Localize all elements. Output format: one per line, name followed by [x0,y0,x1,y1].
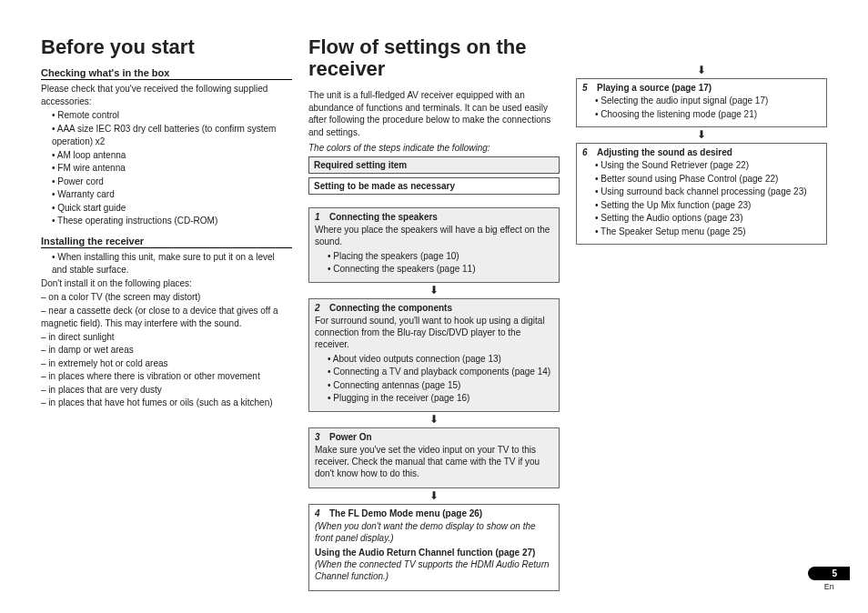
page-badge: 5 En [808,567,850,591]
list-item: Better sound using Phase Control (page 2… [595,173,821,186]
list-item: Selecting the audio input signal (page 1… [595,95,821,108]
step-5: 5 Playing a source (page 17) Selecting t… [576,78,827,127]
list-item: Connecting antennas (page 15) [328,379,553,393]
arrow-down-icon: ⬇ [308,490,560,501]
list-item: Connecting the speakers (page 11) [328,263,553,276]
intro-checking-box: Please check that you've received the fo… [41,83,292,107]
list-item: AAA size IEC R03 dry cell batteries (to … [52,123,292,149]
list-item: Setting the Up Mix function (page 23) [595,199,821,213]
list-item: Connecting a TV and playback components … [328,366,553,379]
list-item: Quick start guide [52,202,292,216]
list-item: Plugging in the receiver (page 16) [328,392,553,406]
step-number: 5 [582,83,591,93]
list-item: – in places that are very dusty [41,384,292,397]
list-box-contents: Remote control AAA size IEC R03 dry cell… [41,109,292,228]
step-3: 3 Power On Make sure you've set the vide… [308,427,560,488]
step-1: 1 Connecting the speakers Where you plac… [308,207,560,283]
list-item: Warranty card [52,188,292,202]
list-item: Power cord [52,176,292,189]
intro-flow: The unit is a full-fledged AV receiver e… [308,89,560,138]
list-item: Choosing the listening mode (page 21) [595,108,821,122]
arrow-down-icon: ⬇ [576,65,827,75]
step-title: Connecting the components [329,303,452,313]
step-body: For surround sound, you'll want to hook … [315,315,553,350]
step-title: Power On [329,432,372,442]
list-install-note: When installing this unit, make sure to … [41,251,292,277]
page-language: En [808,582,850,591]
step-body: Make sure you've set the video input on … [315,444,553,479]
step-number: 3 [315,432,324,442]
list-item: Remote control [52,109,292,123]
step-title: Connecting the speakers [329,212,438,222]
column-flow-continued: ⬇ 5 Playing a source (page 17) Selecting… [576,36,827,593]
list-item: These operating instructions (CD-ROM) [52,215,292,228]
heading-flow-settings: Flow of settings on the receiver [308,36,560,80]
step-note: (When you don't want the demo display to… [315,520,553,544]
column-flow-settings: Flow of settings on the receiver The uni… [308,36,560,593]
step-number: 2 [315,303,324,313]
list-item: – in places that have hot fumes or oils … [41,397,292,410]
step-title: Playing a source (page 17) [597,83,712,93]
arrow-down-icon: ⬇ [308,414,560,425]
legend-optional: Setting to be made as necessary [308,177,560,195]
list-item: When installing this unit, make sure to … [52,251,292,277]
intro-dont-install: Don't install it on the following places… [41,277,292,290]
list-places: – on a color TV (the screen may distort)… [41,291,292,410]
step-note: (When the connected TV supports the HDMI… [315,558,553,582]
list-item: – on a color TV (the screen may distort) [41,291,292,305]
list-item: About video outputs connection (page 13) [328,353,553,367]
list-item: Using surround back channel processing (… [595,186,821,199]
list-item: – in damp or wet areas [41,344,292,357]
column-before-you-start: Before you start Checking what's in the … [41,36,292,593]
arrow-down-icon: ⬇ [576,129,827,140]
list-item: – in places where there is vibration or … [41,370,292,384]
step-body: Where you place the speakers will have a… [315,224,553,247]
list-item: – near a cassette deck (or close to a de… [41,305,292,331]
list-item: AM loop antenna [52,149,292,163]
list-item: Setting the Audio options (page 23) [595,212,821,226]
step-title: The FL Demo Mode menu (page 26) [329,508,482,518]
list-item: – in extremely hot or cold areas [41,357,292,371]
step-number: 4 [315,508,324,518]
legend-intro: The colors of the steps indicate the fol… [308,142,560,155]
step-4: 4 The FL Demo Mode menu (page 26) (When … [308,504,560,591]
legend-required: Required setting item [308,156,560,174]
step-title: Adjusting the sound as desired [597,147,732,157]
list-item: FM wire antenna [52,162,292,176]
step-number: 1 [315,212,324,222]
heading-before-you-start: Before you start [41,36,292,58]
step-number: 6 [582,147,591,157]
subheading-installing: Installing the receiver [41,236,292,248]
arrow-down-icon: ⬇ [308,285,560,296]
list-item: – in direct sunlight [41,331,292,345]
step-subheading: Using the Audio Return Channel function … [315,548,553,558]
page-number: 5 [808,567,850,580]
list-item: Using the Sound Retriever (page 22) [595,159,821,173]
step-2: 2 Connecting the components For surround… [308,298,560,412]
subheading-checking-box: Checking what's in the box [41,67,292,80]
step-6: 6 Adjusting the sound as desired Using t… [576,143,827,245]
list-item: Placing the speakers (page 10) [328,250,553,264]
list-item: The Speaker Setup menu (page 25) [595,226,821,239]
